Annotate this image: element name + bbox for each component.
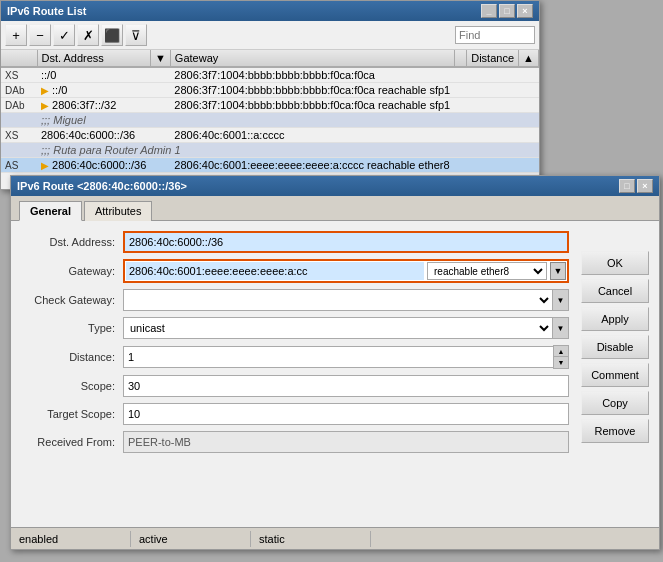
tab-general[interactable]: General: [19, 201, 82, 221]
list-toolbar: + − ✓ ✗ ⬛ ⊽: [1, 21, 539, 50]
detail-window: IPv6 Route <2806:40c:6000::/36> □ × Gene…: [10, 175, 660, 550]
row-dst: ▶ 2806:3f7::/32: [37, 98, 150, 113]
row-comment: ;;; Miguel: [37, 113, 519, 128]
row-distance: [467, 158, 519, 173]
received-from-row: Received From:: [23, 431, 569, 453]
distance-spinner[interactable]: ▲ ▼: [553, 345, 569, 369]
row-dst: ::/0: [37, 67, 150, 83]
row-type: XS: [1, 67, 37, 83]
row-end: [519, 158, 539, 173]
row-distance: [467, 67, 519, 83]
row-comment: ;;; Ruta para Router Admin 1: [37, 143, 519, 158]
check-gateway-row: Check Gateway: ▼: [23, 289, 569, 311]
type-select[interactable]: unicast: [123, 317, 553, 339]
table-row[interactable]: XS 2806:40c:6000::/36 2806:40c:6001::a:c…: [1, 128, 539, 143]
row-extra: [455, 83, 467, 98]
scope-row: Scope:: [23, 375, 569, 397]
col-scroll[interactable]: ▲: [519, 50, 539, 67]
col-distance: Distance: [467, 50, 519, 67]
delete-btn[interactable]: −: [29, 24, 51, 46]
detail-window-controls: □ ×: [619, 179, 653, 193]
scope-input[interactable]: [123, 375, 569, 397]
row-distance: [467, 83, 519, 98]
table-row-group: ;;; Ruta para Router Admin 1: [1, 143, 539, 158]
check-gateway-select[interactable]: [123, 289, 553, 311]
check-gateway-select-wrap: ▼: [123, 289, 569, 311]
status-enabled: enabled: [11, 531, 131, 547]
add-btn[interactable]: +: [5, 24, 27, 46]
row-type: XS: [1, 128, 37, 143]
form-area: Dst. Address: Gateway: reachable ether8 …: [11, 221, 659, 469]
type-arrow[interactable]: ▼: [553, 317, 569, 339]
received-from-input[interactable]: [123, 431, 569, 453]
gateway-input-group: reachable ether8 ▼: [123, 259, 569, 283]
table-row[interactable]: XS ::/0 2806:3f7:1004:bbbb:bbbb:bbbb:f0c…: [1, 67, 539, 83]
status-static: static: [251, 531, 371, 547]
row-gateway: 2806:3f7:1004:bbbb:bbbb:bbbb:f0ca:f0ca: [170, 67, 454, 83]
check-gateway-label: Check Gateway:: [23, 294, 123, 306]
gateway-label: Gateway:: [23, 265, 123, 277]
col-sort[interactable]: ▼: [150, 50, 170, 67]
row-arrow: [150, 67, 170, 83]
close-btn[interactable]: ×: [517, 4, 533, 18]
tab-bar: General Attributes: [11, 196, 659, 221]
row-arrow: [150, 98, 170, 113]
gateway-input[interactable]: [126, 262, 424, 280]
check-btn[interactable]: ✓: [53, 24, 75, 46]
distance-input[interactable]: [123, 346, 553, 368]
type-row: Type: unicast ▼: [23, 317, 569, 339]
tab-attributes[interactable]: Attributes: [84, 201, 152, 221]
distance-down[interactable]: ▼: [554, 357, 568, 368]
copy-toolbar-btn[interactable]: ⬛: [101, 24, 123, 46]
target-scope-input[interactable]: [123, 403, 569, 425]
route-table-scroll[interactable]: Dst. Address ▼ Gateway Distance ▲ XS ::/…: [1, 50, 539, 173]
minimize-btn[interactable]: _: [481, 4, 497, 18]
row-arrow: [150, 83, 170, 98]
type-label: Type:: [23, 322, 123, 334]
scope-label: Scope:: [23, 380, 123, 392]
dst-address-input[interactable]: [123, 231, 569, 253]
distance-row: Distance: ▲ ▼: [23, 345, 569, 369]
gateway-dropdown-btn[interactable]: ▼: [550, 262, 566, 280]
row-end: [519, 113, 539, 128]
row-end: [519, 143, 539, 158]
row-end: [519, 98, 539, 113]
received-from-label: Received From:: [23, 436, 123, 448]
button-panel: OK Cancel Apply Disable Comment Copy Rem…: [581, 251, 649, 443]
detail-close-btn[interactable]: ×: [637, 179, 653, 193]
apply-button[interactable]: Apply: [581, 307, 649, 331]
comment-button[interactable]: Comment: [581, 363, 649, 387]
cancel-button[interactable]: Cancel: [581, 279, 649, 303]
table-header-row: Dst. Address ▼ Gateway Distance ▲: [1, 50, 539, 67]
filter-btn[interactable]: ⊽: [125, 24, 147, 46]
route-table: Dst. Address ▼ Gateway Distance ▲ XS ::/…: [1, 50, 539, 173]
disable-button[interactable]: Disable: [581, 335, 649, 359]
check-gateway-arrow[interactable]: ▼: [553, 289, 569, 311]
row-extra: [455, 128, 467, 143]
target-scope-label: Target Scope:: [23, 408, 123, 420]
gateway-select[interactable]: reachable ether8: [427, 262, 547, 280]
row-end: [519, 83, 539, 98]
ok-button[interactable]: OK: [581, 251, 649, 275]
col-sort2: [455, 50, 467, 67]
table-row[interactable]: DAb ▶ ::/0 2806:3f7:1004:bbbb:bbbb:bbbb:…: [1, 83, 539, 98]
table-row-group: ;;; Miguel: [1, 113, 539, 128]
list-window: IPv6 Route List _ □ × + − ✓ ✗ ⬛ ⊽ Dst. A…: [0, 0, 540, 190]
gateway-row: Gateway: reachable ether8 ▼: [23, 259, 569, 283]
distance-up[interactable]: ▲: [554, 346, 568, 357]
row-extra: [455, 158, 467, 173]
row-arrow: [150, 158, 170, 173]
search-input[interactable]: [455, 26, 535, 44]
table-row[interactable]: DAb ▶ 2806:3f7::/32 2806:3f7:1004:bbbb:b…: [1, 98, 539, 113]
maximize-btn[interactable]: □: [499, 4, 515, 18]
table-row-selected[interactable]: AS ▶ 2806:40c:6000::/36 2806:40c:6001:ee…: [1, 158, 539, 173]
row-gateway: 2806:40c:6001::a:cccc: [170, 128, 454, 143]
row-type: AS: [1, 158, 37, 173]
status-active: active: [131, 531, 251, 547]
row-type: [1, 113, 37, 128]
row-extra: [455, 67, 467, 83]
copy-button[interactable]: Copy: [581, 391, 649, 415]
remove-button[interactable]: Remove: [581, 419, 649, 443]
detail-minimize-btn[interactable]: □: [619, 179, 635, 193]
cross-btn[interactable]: ✗: [77, 24, 99, 46]
